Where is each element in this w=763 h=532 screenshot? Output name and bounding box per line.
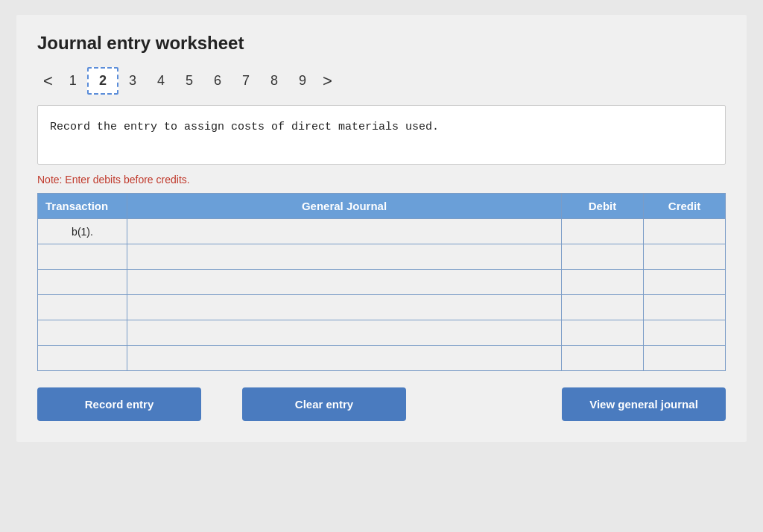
transaction-cell-5 bbox=[38, 320, 127, 346]
credit-input-5[interactable] bbox=[644, 320, 725, 345]
journal-input-2[interactable] bbox=[127, 244, 561, 269]
header-credit: Credit bbox=[644, 194, 726, 219]
debit-input-4[interactable] bbox=[562, 295, 643, 320]
table-row bbox=[38, 270, 726, 295]
instruction-text: Record the entry to assign costs of dire… bbox=[50, 121, 439, 133]
table-row bbox=[38, 320, 726, 346]
journal-table: Transaction General Journal Debit Credit… bbox=[37, 193, 726, 371]
transaction-cell-3 bbox=[38, 270, 127, 295]
journal-input-1[interactable] bbox=[127, 219, 561, 244]
credit-input-4[interactable] bbox=[644, 295, 725, 320]
nav-next-arrow[interactable]: > bbox=[317, 69, 338, 94]
credit-cell-4[interactable] bbox=[644, 295, 726, 320]
nav-bar: < 1 2 3 4 5 6 7 8 9 > bbox=[37, 67, 726, 95]
clear-entry-button[interactable]: Clear entry bbox=[242, 387, 406, 421]
view-general-journal-button[interactable]: View general journal bbox=[562, 387, 726, 421]
header-debit: Debit bbox=[562, 194, 644, 219]
transaction-cell-2 bbox=[38, 244, 127, 270]
debit-cell-5[interactable] bbox=[562, 320, 644, 346]
journal-input-5[interactable] bbox=[127, 320, 561, 345]
debit-cell-4[interactable] bbox=[562, 295, 644, 320]
transaction-cell-1: b(1). bbox=[38, 219, 127, 244]
credit-input-1[interactable] bbox=[644, 219, 725, 244]
debit-cell-3[interactable] bbox=[562, 270, 644, 295]
credit-cell-2[interactable] bbox=[644, 244, 726, 270]
table-row bbox=[38, 244, 726, 270]
debit-cell-6[interactable] bbox=[562, 346, 644, 371]
debit-input-5[interactable] bbox=[562, 320, 643, 345]
journal-input-4[interactable] bbox=[127, 295, 561, 320]
credit-input-3[interactable] bbox=[644, 270, 725, 294]
credit-input-2[interactable] bbox=[644, 244, 725, 269]
credit-cell-3[interactable] bbox=[644, 270, 726, 295]
nav-num-8[interactable]: 8 bbox=[260, 69, 288, 93]
debit-cell-2[interactable] bbox=[562, 244, 644, 270]
journal-input-3[interactable] bbox=[127, 270, 561, 294]
header-transaction: Transaction bbox=[38, 194, 127, 219]
debit-input-1[interactable] bbox=[562, 219, 643, 244]
table-row bbox=[38, 346, 726, 371]
debit-input-2[interactable] bbox=[562, 244, 643, 269]
transaction-cell-6 bbox=[38, 346, 127, 371]
nav-num-4[interactable]: 4 bbox=[147, 69, 175, 93]
journal-cell-1[interactable] bbox=[127, 219, 562, 244]
header-general-journal: General Journal bbox=[127, 194, 562, 219]
credit-cell-5[interactable] bbox=[644, 320, 726, 346]
nav-num-1[interactable]: 1 bbox=[59, 69, 87, 93]
debit-input-6[interactable] bbox=[562, 346, 643, 370]
table-row bbox=[38, 295, 726, 320]
buttons-row: Record entry Clear entry View general jo… bbox=[37, 387, 726, 421]
transaction-label-1: b(1). bbox=[38, 221, 127, 242]
journal-cell-2[interactable] bbox=[127, 244, 562, 270]
credit-cell-1[interactable] bbox=[644, 219, 726, 244]
journal-input-6[interactable] bbox=[127, 346, 561, 370]
nav-num-9[interactable]: 9 bbox=[288, 69, 317, 93]
nav-num-7[interactable]: 7 bbox=[232, 69, 260, 93]
nav-num-5[interactable]: 5 bbox=[175, 69, 203, 93]
journal-cell-4[interactable] bbox=[127, 295, 562, 320]
journal-cell-5[interactable] bbox=[127, 320, 562, 346]
nav-num-3[interactable]: 3 bbox=[118, 69, 147, 93]
credit-input-6[interactable] bbox=[644, 346, 725, 370]
main-container: Journal entry worksheet < 1 2 3 4 5 6 7 … bbox=[16, 15, 747, 442]
debit-input-3[interactable] bbox=[562, 270, 643, 294]
journal-cell-3[interactable] bbox=[127, 270, 562, 295]
nav-num-2[interactable]: 2 bbox=[87, 67, 118, 95]
page-title: Journal entry worksheet bbox=[37, 33, 726, 54]
record-entry-button[interactable]: Record entry bbox=[37, 387, 201, 421]
instruction-box: Record the entry to assign costs of dire… bbox=[37, 105, 726, 165]
transaction-cell-4 bbox=[38, 295, 127, 320]
nav-num-6[interactable]: 6 bbox=[203, 69, 232, 93]
table-row: b(1). bbox=[38, 219, 726, 244]
note-text: Note: Enter debits before credits. bbox=[37, 174, 726, 186]
nav-prev-arrow[interactable]: < bbox=[37, 69, 59, 94]
credit-cell-6[interactable] bbox=[644, 346, 726, 371]
journal-cell-6[interactable] bbox=[127, 346, 562, 371]
debit-cell-1[interactable] bbox=[562, 219, 644, 244]
